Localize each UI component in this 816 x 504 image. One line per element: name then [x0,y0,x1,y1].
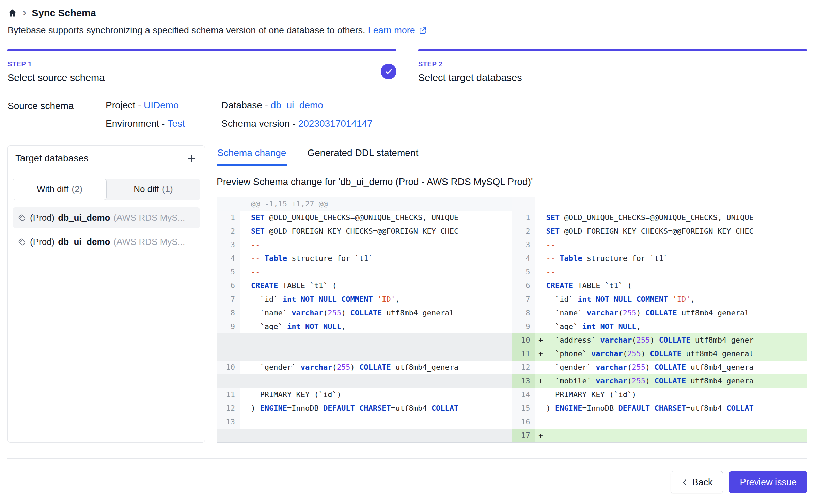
diff-row-right: 15) ENGINE=InnoDB DEFAULT CHARSET=utf8mb… [512,401,807,415]
diff-row-right: 9 `age` int NOT NULL, [512,320,807,333]
diff-hunk-spacer [512,197,807,211]
diff-row-left: 13 [217,415,512,429]
database-item[interactable]: (Prod) db_ui_demo (AWS RDS MyS... [13,207,200,228]
tab-no-diff[interactable]: No diff (1) [107,179,200,200]
source-schema-section: Source schema Project - UIDemo Database … [7,100,807,129]
diff-row-right: 14 PRIMARY KEY (`id`) [512,388,807,401]
step-2: STEP 2 Select target databases [418,49,807,83]
preview-heading: Preview Schema change for 'db_ui_demo (P… [217,176,807,187]
diff-row-left: 2SET @OLD_FOREIGN_KEY_CHECKS=@@FOREIGN_K… [217,224,512,238]
diff-row-left: 12) ENGINE=InnoDB DEFAULT CHARSET=utf8mb… [217,401,512,415]
diff-hunk-header: @@ -1,15 +1,27 @@ [217,197,512,211]
tab-no-diff-label: No diff [134,184,159,194]
preview-section: Schema change Generated DDL statement Pr… [217,145,807,443]
preview-issue-button[interactable]: Preview issue [729,471,807,493]
diff-row-right: 16 [512,415,807,429]
home-icon[interactable] [7,8,17,18]
database-name: db_ui_demo [58,212,110,223]
diff-row-right: 4-- Table structure for `t1` [512,252,807,265]
environment-label: Environment - [106,118,165,129]
tab-with-diff[interactable]: With diff (2) [13,179,107,200]
add-target-database-button[interactable]: + [186,153,197,164]
page-title: Sync Schema [32,7,96,19]
source-project: Project - UIDemo [106,100,221,111]
database-item[interactable]: (Prod) db_ui_demo (AWS RDS MyS... [13,232,200,252]
diff-row-left: 11 PRIMARY KEY (`id`) [217,388,512,401]
diff-row-right: 13+ `mobile` varchar(255) COLLATE utf8mb… [512,374,807,388]
diff-row-right: 11+ `phone` varchar(255) COLLATE utf8mb4… [512,347,807,361]
diff-row-left [217,374,512,388]
tab-no-diff-count: (1) [162,184,173,194]
diff-row-right: 12 `gender` varchar(255) COLLATE utf8mb4… [512,361,807,374]
diff-filter-tabs: With diff (2) No diff (1) [13,179,200,200]
chevron-left-icon [681,478,689,486]
diff-row-left: 5-- [217,265,512,279]
source-schema-label: Source schema [7,100,106,129]
step-complete-check-icon [381,64,396,79]
diff-row-left: 10 `gender` varchar(255) COLLATE utf8mb4… [217,361,512,374]
step-1-progress-bar [7,49,396,51]
source-environment: Environment - Test [106,118,221,129]
tab-with-diff-count: (2) [72,184,82,194]
preview-issue-label: Preview issue [740,477,797,488]
environment-link[interactable]: Test [168,118,185,129]
diff-row-left: 6CREATE TABLE `t1` ( [217,279,512,293]
step-2-progress-bar [418,49,807,51]
project-link[interactable]: UIDemo [144,100,179,110]
schema-diff: @@ -1,15 +1,27 @@ 1SET @OLD_UNIQUE_CHECK… [217,197,807,443]
source-version: Schema version - 20230317014147 [221,118,373,129]
diff-row-left: 7 `id` int NOT NULL COMMENT 'ID', [217,293,512,306]
database-name: db_ui_demo [58,237,110,247]
project-label: Project - [106,100,141,110]
breadcrumb-separator: › [22,6,26,20]
tab-generated-ddl[interactable]: Generated DDL statement [307,145,419,166]
external-link-icon[interactable] [419,26,427,35]
sync-schema-page: › Sync Schema Bytebase supports synchron… [0,0,816,493]
diff-row-right: 5-- [512,265,807,279]
step-2-label: STEP 2 [418,60,522,68]
schema-version-link[interactable]: 20230317014147 [298,118,373,129]
intro: Bytebase supports synchronizing a specif… [7,25,807,36]
intro-text: Bytebase supports synchronizing a specif… [7,25,365,36]
breadcrumb: › Sync Schema [7,5,807,20]
schema-version-label: Schema version - [221,118,296,129]
diff-row-left [217,333,512,347]
database-icon [17,213,27,222]
diff-row-right: 3-- [512,238,807,252]
preview-tabs: Schema change Generated DDL statement [217,145,807,166]
diff-pane-source[interactable]: @@ -1,15 +1,27 @@ 1SET @OLD_UNIQUE_CHECK… [217,197,512,442]
steps: STEP 1 Select source schema STEP 2 Selec… [7,49,807,83]
step-1-title: Select source schema [7,72,105,83]
plus-icon: + [187,150,196,166]
target-databases-panel: Target databases + With diff (2) No diff… [7,145,205,443]
database-instance: (AWS RDS MyS... [113,237,185,247]
learn-more-link[interactable]: Learn more [368,25,415,36]
main-area: Target databases + With diff (2) No diff… [7,145,807,443]
database-instance: (AWS RDS MyS... [113,212,185,223]
diff-row-right: 1SET @OLD_UNIQUE_CHECKS=@@UNIQUE_CHECKS,… [512,211,807,224]
tab-schema-change[interactable]: Schema change [217,145,287,166]
diff-row-right: 8 `name` varchar(255) COLLATE utf8mb4_ge… [512,306,807,320]
database-environment: (Prod) [30,212,54,223]
database-environment: (Prod) [30,237,54,247]
diff-row-left: 4-- Table structure for `t1` [217,252,512,265]
diff-row-left [217,429,512,442]
diff-pane-target[interactable]: 1SET @OLD_UNIQUE_CHECKS=@@UNIQUE_CHECKS,… [512,197,807,442]
target-database-list: (Prod) db_ui_demo (AWS RDS MyS... (Prod)… [8,203,205,256]
tab-with-diff-label: With diff [37,184,68,194]
diff-row-left: 8 `name` varchar(255) COLLATE utf8mb4_ge… [217,306,512,320]
database-link[interactable]: db_ui_demo [271,100,323,110]
target-databases-title: Target databases [15,153,89,164]
back-button-label: Back [692,477,712,488]
database-label: Database - [221,100,268,110]
diff-row-left [217,347,512,361]
diff-row-left: 1SET @OLD_UNIQUE_CHECKS=@@UNIQUE_CHECKS,… [217,211,512,224]
source-database: Database - db_ui_demo [221,100,373,111]
database-icon [17,237,27,247]
footer-actions: Back Preview issue [7,459,807,493]
diff-row-left: 9 `age` int NOT NULL, [217,320,512,333]
back-button[interactable]: Back [671,471,723,493]
diff-row-right: 6CREATE TABLE `t1` ( [512,279,807,293]
step-2-title: Select target databases [418,72,522,83]
diff-row-right: 7 `id` int NOT NULL COMMENT 'ID', [512,293,807,306]
